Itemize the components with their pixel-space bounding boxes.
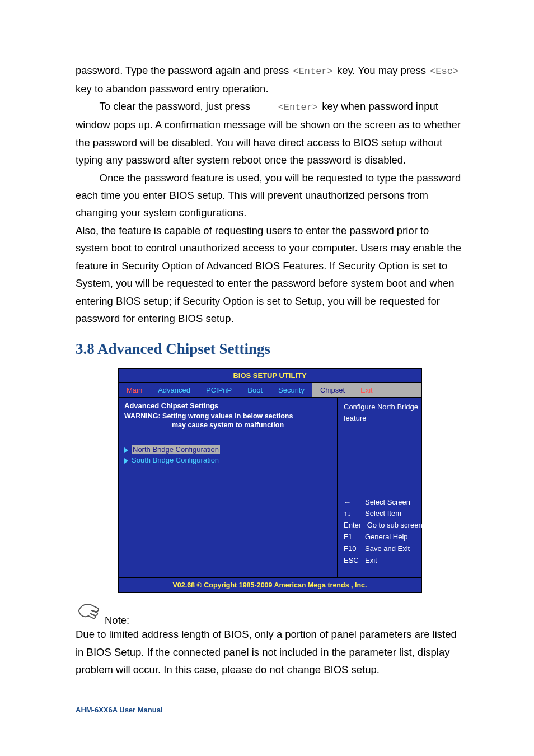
help-key: ↑↓ [344,508,365,520]
enter-key-glyph: <Enter> [292,64,334,80]
note-row: Note: [76,600,464,626]
help-row: ←Select Screen [344,497,423,508]
bios-tab-security[interactable]: Security [270,383,312,397]
bios-tab-chipset[interactable]: Chipset [312,383,353,397]
help-val: General Help [365,533,408,541]
bios-menu-item-north-bridge[interactable]: North Bridge Configuration [124,445,331,454]
bios-tab-advanced[interactable]: Advanced [150,383,198,397]
bios-help-keys: ←Select Screen ↑↓Select Item Enter Go to… [344,497,423,575]
help-key: Enter [344,520,365,531]
text: feature [344,413,423,424]
text: key. You may press [334,64,429,76]
paragraph-1: password. Type the password again and pr… [76,62,464,97]
paragraph-3: Once the password feature is used, you w… [76,169,464,222]
bios-title: BIOS SETUP UTILITY [119,369,421,383]
note-label: Note: [105,615,129,626]
bios-tab-exit[interactable]: Exit [353,383,421,397]
help-val: Exit [365,556,377,564]
page-content: password. Type the password again and pr… [0,0,534,748]
text: To clear the password, just press [100,100,254,112]
bios-left-panel: Advanced Chipset Settings WARNING: Setti… [119,398,338,577]
text: key to abandon password entry operation. [76,83,269,95]
bios-item-label: North Bridge Configuration [132,445,220,454]
bios-item-description: Configure North Bridge feature [344,402,423,423]
bios-right-panel: Configure North Bridge feature ←Select S… [338,398,428,577]
note-body: Due to limited address length of BIOS, o… [76,626,464,678]
help-val: Go to sub screen [367,521,423,529]
help-key: F1 [344,531,365,543]
hand-pointing-icon [76,600,101,626]
triangle-right-icon [124,458,128,464]
triangle-right-icon [124,447,128,453]
bios-menu-item-south-bridge[interactable]: South Bridge Configuration [124,456,331,464]
bios-screenshot: BIOS SETUP UTILITY Main Advanced PCIPnP … [118,368,422,593]
paragraph-4: Also, the feature is capable of requesti… [76,222,464,328]
bios-body: Advanced Chipset Settings WARNING: Setti… [119,398,421,577]
bios-section-title: Advanced Chipset Settings [124,402,331,410]
text: Configure North Bridge [344,402,423,413]
help-val: Select Screen [365,498,410,506]
help-val: Select Item [365,509,401,517]
bios-tab-main[interactable]: Main [119,383,150,397]
help-row: Enter Go to sub screen [344,520,423,531]
help-key: ← [344,497,365,508]
bios-item-label: South Bridge Configuration [132,456,219,464]
bios-footer: V02.68 © Copyright 1985-2009 American Me… [119,577,421,592]
section-heading: 3.8 Advanced Chipset Settings [76,340,464,358]
paragraph-2: To clear the password, just press <Enter… [76,97,464,169]
bios-warning-1: WARNING: Setting wrong values in below s… [124,412,331,420]
bios-warning-2: may cause system to malfunction [124,421,331,429]
help-row: F10Save and Exit [344,543,423,555]
bios-tabs: Main Advanced PCIPnP Boot Security Chips… [119,383,421,398]
help-row: ESCExit [344,555,423,567]
help-key: F10 [344,543,365,555]
text: password. Type the password again and pr… [76,64,292,76]
bios-tab-boot[interactable]: Boot [240,383,270,397]
help-key: ESC [344,555,365,567]
esc-key-glyph: <Esc> [429,64,460,80]
help-row: ↑↓Select Item [344,508,423,520]
enter-key-glyph: <Enter> [253,100,319,116]
help-val: Save and Exit [365,544,410,553]
footer-manual: AHM-6XX6A User Manual [76,706,464,714]
help-row: F1General Help [344,531,423,543]
bios-tab-pcipnp[interactable]: PCIPnP [198,383,240,397]
